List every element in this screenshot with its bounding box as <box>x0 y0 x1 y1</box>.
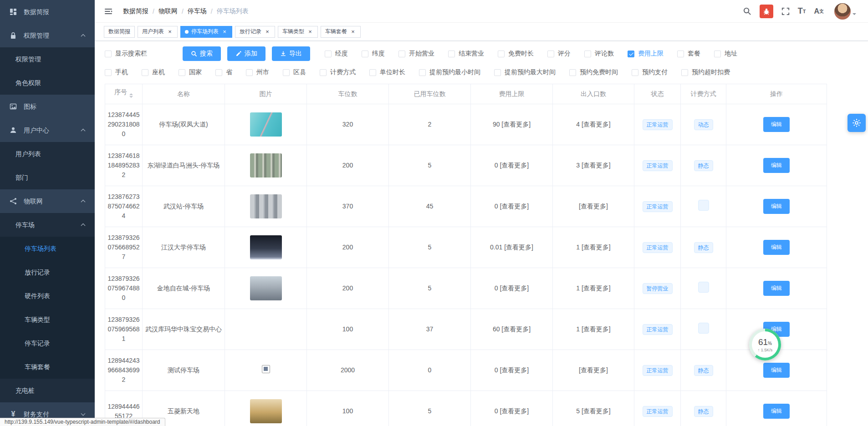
breadcrumb-item[interactable]: 停车场 <box>188 7 207 15</box>
sidebar-item[interactable]: 角色权限 <box>0 71 95 95</box>
breadcrumb-item[interactable]: 物联网 <box>158 7 178 15</box>
checkbox-box[interactable] <box>105 69 112 76</box>
column-checkbox[interactable]: 手机 <box>105 68 128 76</box>
column-checkbox[interactable]: 座机 <box>142 68 165 76</box>
fee-cap-link[interactable]: 90 [查看更多] <box>471 104 553 145</box>
checkbox-box[interactable] <box>498 51 505 57</box>
tags-view-tab[interactable]: 放行记录× <box>235 26 275 38</box>
size-select-icon[interactable]: TT <box>794 4 810 19</box>
checkbox-box[interactable] <box>677 51 684 57</box>
edit-button[interactable]: 编辑 <box>763 363 790 378</box>
fee-cap-link[interactable]: 0 [查看更多] <box>471 268 553 309</box>
sidebar-item[interactable]: 充电桩 <box>0 379 95 402</box>
sidebar-item[interactable]: 数据简报 <box>0 0 95 24</box>
checkbox-box[interactable] <box>283 69 290 76</box>
column-checkbox[interactable]: 套餐 <box>677 50 700 58</box>
checkbox-box[interactable] <box>105 51 112 57</box>
gates-link[interactable]: 1 [查看更多] <box>553 309 634 350</box>
column-checkbox[interactable]: 计费方式 <box>320 68 356 76</box>
checkbox-box[interactable] <box>714 51 721 57</box>
checkbox-box[interactable] <box>419 69 426 76</box>
gates-link[interactable]: 1 [查看更多] <box>553 268 634 309</box>
tab-close-icon[interactable]: × <box>221 29 228 35</box>
column-checkbox[interactable]: 单位时长 <box>369 68 405 76</box>
language-icon[interactable]: A文 <box>810 4 828 19</box>
tags-view-tab[interactable]: 数据简报 <box>104 26 135 38</box>
column-checkbox[interactable]: 纬度 <box>362 50 385 58</box>
edit-button[interactable]: 编辑 <box>763 158 790 173</box>
tab-close-icon[interactable]: × <box>264 29 271 35</box>
sort-caret-icon[interactable] <box>129 91 133 100</box>
edit-button[interactable]: 编辑 <box>763 199 790 214</box>
export-button[interactable]: 导出 <box>272 46 310 61</box>
gates-link[interactable]: 4 [查看更多] <box>553 104 634 145</box>
column-checkbox[interactable]: 开始营业 <box>398 50 434 58</box>
column-checkbox[interactable]: 评分 <box>547 50 571 58</box>
checkbox-box[interactable] <box>584 51 591 57</box>
checkbox-box[interactable] <box>628 51 634 57</box>
sidebar-item[interactable]: 权限管理 <box>0 47 95 71</box>
sidebar-item[interactable]: 车辆套餐 <box>0 355 95 379</box>
column-checkbox[interactable]: 评论数 <box>584 50 614 58</box>
checkbox-box[interactable] <box>398 51 405 57</box>
tags-view-tab[interactable]: 用户列表× <box>138 26 178 38</box>
hamburger-icon[interactable] <box>100 7 117 16</box>
checkbox-box[interactable] <box>494 69 501 76</box>
column-checkbox[interactable]: 地址 <box>714 50 737 58</box>
checkbox-box[interactable] <box>547 51 554 57</box>
fee-cap-link[interactable]: 0.01 [查看更多] <box>471 227 553 268</box>
column-header[interactable]: 序号 <box>105 84 143 104</box>
column-checkbox[interactable]: 区县 <box>283 68 306 76</box>
tab-close-icon[interactable]: × <box>307 29 313 35</box>
tags-view-tab[interactable]: 车辆类型× <box>278 26 318 38</box>
edit-button[interactable]: 编辑 <box>763 117 790 132</box>
checkbox-box[interactable] <box>569 69 576 76</box>
gates-link[interactable]: [查看更多] <box>553 350 634 391</box>
checkbox-box[interactable] <box>320 69 327 76</box>
show-search-checkbox[interactable]: 显示搜索栏 <box>105 50 147 58</box>
fee-cap-link[interactable]: 0 [查看更多] <box>471 145 553 186</box>
sidebar-item[interactable]: 停车场 <box>0 213 95 237</box>
column-checkbox[interactable]: 预约免费时间 <box>569 68 618 76</box>
add-button[interactable]: 添加 <box>227 46 266 61</box>
sidebar-item[interactable]: 停车场列表 <box>0 237 95 260</box>
gates-link[interactable]: 3 [查看更多] <box>553 145 634 186</box>
avatar[interactable] <box>834 3 856 20</box>
tab-close-icon[interactable]: × <box>167 29 173 35</box>
tags-view-tab[interactable]: 停车场列表× <box>180 26 232 38</box>
column-checkbox[interactable]: 国家 <box>179 68 202 76</box>
sidebar-item[interactable]: 车辆类型 <box>0 308 95 331</box>
column-checkbox[interactable]: 州市 <box>246 68 269 76</box>
fee-cap-link[interactable]: 60 [查看更多] <box>471 309 553 350</box>
checkbox-box[interactable] <box>215 69 222 76</box>
checkbox-box[interactable] <box>362 51 368 57</box>
sidebar-item[interactable]: 硬件列表 <box>0 284 95 308</box>
edit-button[interactable]: 编辑 <box>763 240 790 255</box>
column-checkbox[interactable]: 费用上限 <box>628 50 664 58</box>
edit-button[interactable]: 编辑 <box>763 404 790 419</box>
checkbox-box[interactable] <box>246 69 253 76</box>
checkbox-box[interactable] <box>142 69 148 76</box>
column-checkbox[interactable]: 经度 <box>325 50 348 58</box>
fullscreen-icon[interactable] <box>777 4 794 19</box>
sidebar-item[interactable]: 用户中心 <box>0 118 95 142</box>
column-checkbox[interactable]: 省 <box>215 68 232 76</box>
column-checkbox[interactable]: 预约支付 <box>632 68 668 76</box>
fee-cap-link[interactable]: 0 [查看更多] <box>471 350 553 391</box>
sidebar-item[interactable]: 部门 <box>0 166 95 189</box>
sidebar-item[interactable]: 放行记录 <box>0 260 95 284</box>
error-log-icon[interactable] <box>760 5 773 18</box>
search-icon[interactable] <box>739 4 756 19</box>
checkbox-box[interactable] <box>448 51 455 57</box>
gates-link[interactable]: 1 [查看更多] <box>553 227 634 268</box>
checkbox-box[interactable] <box>681 69 688 76</box>
column-checkbox[interactable]: 提前预约最小时间 <box>419 68 480 76</box>
search-button[interactable]: 搜索 <box>183 46 221 61</box>
sidebar-item[interactable]: 权限管理 <box>0 24 95 47</box>
checkbox-box[interactable] <box>179 69 185 76</box>
gates-link[interactable]: 5 [查看更多] <box>553 391 634 426</box>
column-checkbox[interactable]: 结束营业 <box>448 50 484 58</box>
gates-link[interactable]: [查看更多] <box>553 186 634 227</box>
fee-cap-link[interactable]: 0 [查看更多] <box>471 391 553 426</box>
column-checkbox[interactable]: 提前预约最大时间 <box>494 68 556 76</box>
